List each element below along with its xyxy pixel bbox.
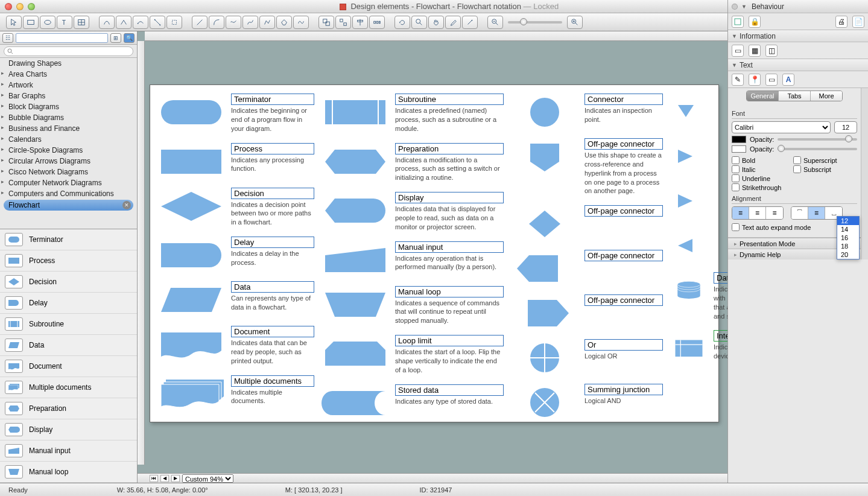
zoom-slider[interactable] [508, 21, 562, 24]
flowchart-shape[interactable] [155, 143, 227, 178]
eyedropper-tool[interactable] [445, 16, 461, 29]
pointer-tool[interactable] [6, 16, 22, 29]
shape-library-item[interactable]: Data [0, 335, 137, 356]
rectangle-tool[interactable] [23, 16, 39, 29]
shape-library-item[interactable]: Delay [0, 293, 137, 314]
category-item[interactable]: Calendars [0, 134, 137, 145]
font-size-option[interactable]: 16 [837, 234, 859, 242]
flowchart-shape[interactable] [508, 294, 581, 329]
canvas-page[interactable]: TerminatorIndicates the beginning or end… [150, 84, 719, 422]
connector-tool-1[interactable] [99, 16, 115, 29]
polyline-tool[interactable] [259, 16, 275, 29]
flowchart-shape[interactable] [155, 188, 227, 223]
subscript-checkbox[interactable]: Subscript [793, 165, 847, 173]
text-font-icon[interactable]: A [782, 74, 794, 86]
zoom-in-button[interactable] [567, 16, 583, 29]
flowchart-shape[interactable] [508, 205, 581, 240]
shape-library-item[interactable]: Multiple documents [0, 377, 137, 398]
category-item[interactable]: Computers and Communications [0, 188, 137, 199]
text-opacity-slider[interactable] [778, 138, 857, 141]
window-zoom-button[interactable] [28, 3, 35, 10]
flowchart-shape[interactable] [668, 183, 704, 218]
flowchart-shape[interactable] [319, 241, 391, 276]
font-size-option[interactable]: 14 [837, 225, 859, 234]
info-view2-icon[interactable]: ▦ [749, 45, 761, 57]
h-align-control[interactable]: ≡ ≡ ≡ [732, 206, 784, 220]
text-box-icon[interactable]: ▭ [765, 74, 778, 86]
category-item[interactable]: Bar Graphs [0, 91, 137, 101]
shape-library-item[interactable]: Decision [0, 272, 137, 293]
spline-tool[interactable] [226, 16, 241, 29]
flowchart-shape[interactable] [155, 281, 227, 316]
table-tool[interactable] [74, 16, 89, 29]
flowchart-shape[interactable] [508, 250, 581, 285]
library-grid-view-toggle[interactable]: ⊞ [110, 33, 121, 43]
pan-tool[interactable] [428, 16, 444, 29]
zoom-select[interactable]: Custom 94% [182, 474, 233, 483]
text-pen-icon[interactable]: ✎ [732, 74, 744, 86]
align-right-button[interactable]: ≡ [766, 207, 783, 219]
underline-checkbox[interactable]: Underline [732, 174, 786, 182]
shape-library-item[interactable]: Subroutine [0, 314, 137, 335]
category-item[interactable]: Drawing Shapes [0, 58, 137, 69]
library-search-input[interactable] [4, 46, 133, 56]
flowchart-shape[interactable] [319, 143, 391, 178]
category-item[interactable]: Business and Finance [0, 123, 137, 134]
library-filter-input[interactable] [16, 33, 108, 43]
text-bg-swatch[interactable] [732, 145, 746, 153]
shape-library-item[interactable]: Manual loop [0, 462, 137, 483]
text-bg-opacity-slider[interactable] [778, 148, 857, 150]
behaviour-doc-icon[interactable]: 📄 [852, 16, 864, 28]
category-item[interactable]: Artwork [0, 80, 137, 91]
font-size-dropdown[interactable]: 1214161820 [837, 216, 860, 259]
zoom-tool[interactable] [411, 16, 427, 29]
library-tree-view-toggle[interactable]: ☷ [2, 33, 13, 43]
tab-tabs[interactable]: Tabs [779, 91, 811, 101]
category-item[interactable]: Computer Network Diagrams [0, 177, 137, 188]
connector-tool-4[interactable] [150, 16, 165, 29]
shape-library-item[interactable]: Process [0, 250, 137, 272]
shape-library-item[interactable]: Manual input [0, 440, 137, 462]
flowchart-shape[interactable] [668, 227, 704, 262]
rotate-tool[interactable] [394, 16, 410, 29]
align-middle-button[interactable]: ≡ [808, 207, 825, 219]
library-search-button[interactable]: 🔍 [124, 33, 135, 43]
behaviour-print-icon[interactable]: 🖨 [835, 16, 847, 28]
page-first-button[interactable]: ⏮ [150, 475, 158, 482]
canvas-area[interactable]: TerminatorIndicates the beginning or end… [138, 31, 727, 483]
connector-tool-5[interactable] [166, 16, 182, 29]
font-size-option[interactable]: 18 [837, 242, 859, 250]
flowchart-shape[interactable] [668, 138, 704, 173]
tab-general[interactable]: General [747, 91, 779, 101]
flowchart-shape[interactable] [155, 326, 227, 361]
group-tool[interactable] [318, 16, 334, 29]
arc-tool[interactable] [209, 16, 224, 29]
text-color-swatch[interactable] [732, 136, 746, 143]
align-left-button[interactable]: ≡ [732, 207, 749, 219]
close-icon[interactable]: ✕ [122, 201, 131, 209]
strikethrough-checkbox[interactable]: Strikethrough [732, 183, 786, 191]
category-item[interactable]: Block Diagrams [0, 101, 137, 112]
shape-library-item[interactable]: Preparation [0, 398, 137, 419]
zoom-out-button[interactable] [487, 16, 503, 29]
align-top-button[interactable]: ⎴ [791, 207, 808, 219]
distribute-tool[interactable] [369, 16, 385, 29]
behaviour-resize-icon[interactable] [732, 16, 744, 28]
flowchart-shape[interactable] [319, 384, 391, 419]
category-item[interactable]: Area Charts [0, 69, 137, 80]
connector-tool-2[interactable] [116, 16, 131, 29]
flowchart-shape[interactable] [319, 286, 391, 321]
inspector-scrollbar[interactable] [861, 88, 868, 259]
bold-checkbox[interactable]: Bold [732, 156, 786, 164]
flowchart-shape[interactable] [508, 384, 581, 419]
category-item-selected[interactable]: Flowchart✕ [4, 200, 133, 211]
window-close-button[interactable] [5, 3, 12, 10]
superscript-checkbox[interactable]: Superscript [793, 156, 847, 164]
flowchart-shape[interactable] [668, 330, 710, 365]
v-align-control[interactable]: ⎴ ≡ ⎵ [791, 206, 843, 220]
font-family-select[interactable]: Calibri [732, 121, 831, 133]
polygon-tool[interactable] [276, 16, 292, 29]
behaviour-lock-icon[interactable]: 🔒 [749, 16, 761, 28]
font-size-option[interactable]: 20 [837, 250, 859, 259]
page-next-button[interactable]: ▶ [171, 475, 180, 482]
